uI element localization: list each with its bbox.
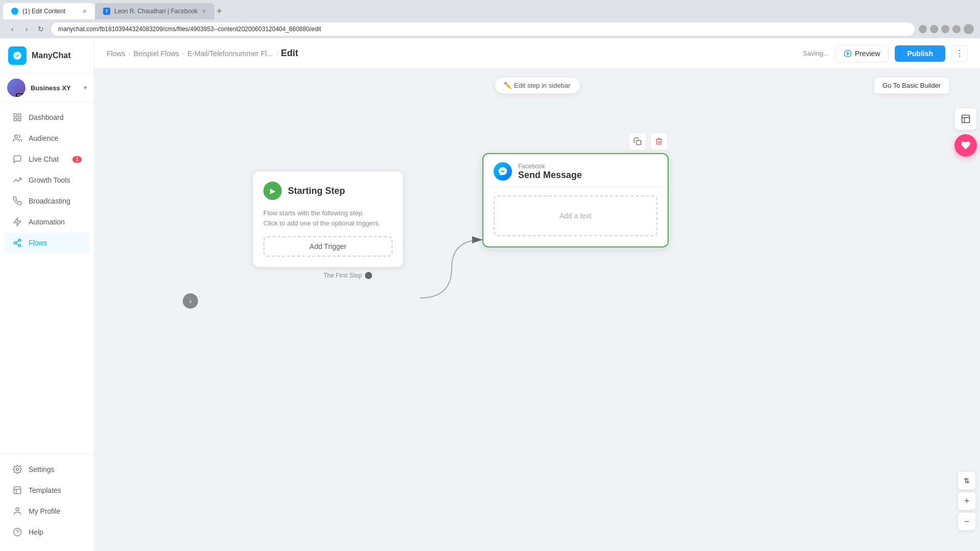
sidebar-item-dashboard[interactable]: Dashboard bbox=[4, 107, 90, 128]
fb-card-header: Facebook Send Message bbox=[483, 154, 668, 187]
svg-rect-3 bbox=[14, 118, 16, 121]
breadcrumb-beispiel[interactable]: Beispiel Flows bbox=[134, 49, 179, 58]
starting-step-header: ▶ Starting Step bbox=[263, 182, 393, 200]
zoom-in-button[interactable]: + bbox=[958, 492, 976, 510]
copy-icon bbox=[633, 137, 642, 145]
settings-icon bbox=[12, 464, 22, 474]
favorites-button[interactable] bbox=[954, 134, 977, 157]
business-name: Business XY bbox=[31, 84, 79, 92]
messenger-icon bbox=[494, 162, 512, 181]
delete-card-button[interactable] bbox=[650, 133, 668, 150]
sidebar-item-label-live-chat: Live Chat bbox=[29, 155, 59, 163]
publish-button[interactable]: Publish bbox=[895, 45, 945, 62]
sidebar-item-live-chat[interactable]: Live Chat 1 bbox=[4, 149, 90, 169]
live-chat-icon bbox=[12, 154, 22, 164]
flows-icon bbox=[12, 238, 22, 248]
chevron-down-icon: ▾ bbox=[84, 84, 87, 91]
more-options-button[interactable]: ⋮ bbox=[951, 45, 968, 62]
sidebar-item-my-profile[interactable]: My Profile bbox=[4, 501, 90, 521]
help-icon bbox=[12, 527, 22, 537]
extension-icon-2 bbox=[930, 25, 938, 33]
breadcrumb-email[interactable]: E-Mail/Telefonnummer Fl... bbox=[187, 49, 273, 58]
collapse-sidebar-button[interactable]: › bbox=[183, 293, 198, 309]
sidebar-item-help[interactable]: Help bbox=[4, 522, 90, 542]
sidebar-item-label-settings: Settings bbox=[29, 465, 55, 473]
sidebar-item-audience[interactable]: Audience bbox=[4, 128, 90, 148]
url-input[interactable] bbox=[51, 22, 915, 36]
sidebar-item-label-my-profile: My Profile bbox=[29, 507, 60, 515]
tab-facebook[interactable]: f Leon R. Chaudhari | Facebook ✕ bbox=[95, 3, 214, 19]
right-panel: + − bbox=[951, 69, 980, 551]
svg-rect-23 bbox=[962, 115, 970, 123]
business-selector[interactable]: PRO Business XY ▾ bbox=[0, 73, 94, 103]
svg-point-8 bbox=[14, 242, 16, 244]
extension-icon-1 bbox=[919, 25, 927, 33]
duplicate-card-button[interactable] bbox=[629, 133, 646, 150]
forward-button[interactable]: › bbox=[20, 23, 33, 35]
profile-icon[interactable] bbox=[964, 24, 974, 34]
starting-step-card: ▶ Starting Step Flow starts with the fol… bbox=[253, 171, 403, 267]
sidebar-item-templates[interactable]: Templates bbox=[4, 480, 90, 500]
tab-favicon-facebook: f bbox=[103, 8, 110, 15]
starting-step-desc: Flow starts with the following step. Cli… bbox=[263, 208, 393, 228]
browser-extension-icons bbox=[919, 24, 974, 34]
sidebar-item-label-dashboard: Dashboard bbox=[29, 113, 64, 121]
sidebar-item-broadcasting[interactable]: Broadcasting bbox=[4, 191, 90, 211]
canvas-area: ✏️ Edit step in sidebar Go To Basic Buil… bbox=[94, 69, 980, 551]
topbar: Flows › Beispiel Flows › E-Mail/Telefonn… bbox=[94, 38, 980, 69]
svg-rect-4 bbox=[18, 118, 21, 121]
sidebar-item-label-flows: Flows bbox=[29, 239, 47, 247]
flow-connection-svg bbox=[94, 69, 980, 551]
zoom-out-button[interactable]: − bbox=[958, 512, 976, 531]
sidebar-item-automation[interactable]: Automation bbox=[4, 212, 90, 232]
extension-icon-4 bbox=[952, 25, 961, 33]
back-button[interactable]: ‹ bbox=[6, 23, 18, 35]
svg-line-10 bbox=[16, 243, 18, 245]
tab-close-2[interactable]: ✕ bbox=[202, 8, 206, 15]
messenger-svg bbox=[498, 166, 508, 177]
layout-panel-button[interactable] bbox=[954, 108, 977, 130]
add-text-button[interactable]: Add a text bbox=[494, 195, 657, 236]
browser-nav-buttons: ‹ › ↻ bbox=[6, 23, 47, 35]
sidebar-item-label-help: Help bbox=[29, 528, 43, 536]
add-trigger-button[interactable]: Add Trigger bbox=[263, 236, 393, 257]
tab-title-1: (1) Edit Content bbox=[22, 8, 65, 15]
right-panel-top-icons bbox=[954, 108, 977, 157]
tab-title-2: Leon R. Chaudhari | Facebook bbox=[114, 8, 198, 15]
flow-connection-path bbox=[420, 240, 482, 298]
manychat-logo-text: ManyChat bbox=[32, 51, 70, 60]
breadcrumb-flows[interactable]: Flows bbox=[107, 49, 126, 58]
reload-button[interactable]: ↻ bbox=[35, 23, 47, 35]
svg-point-19 bbox=[844, 50, 851, 57]
tab-favicon-manychat bbox=[11, 8, 18, 15]
sidebar-item-growth-tools[interactable]: Growth Tools bbox=[4, 170, 90, 190]
page-title: Edit bbox=[281, 48, 298, 59]
breadcrumb: Flows › Beispiel Flows › E-Mail/Telefonn… bbox=[107, 48, 797, 59]
main-content: Flows › Beispiel Flows › E-Mail/Telefonn… bbox=[94, 38, 980, 551]
add-tab-button[interactable]: + bbox=[216, 6, 222, 17]
facebook-message-card[interactable]: Facebook Send Message Add a text bbox=[482, 153, 669, 247]
pro-badge: PRO bbox=[16, 93, 26, 97]
svg-rect-22 bbox=[636, 140, 641, 145]
go-to-basic-builder-button[interactable]: Go To Basic Builder bbox=[874, 77, 949, 94]
starting-step-desc-line1: Flow starts with the following step. bbox=[263, 209, 364, 217]
app-layout: ManyChat PRO Business XY ▾ Dashboard Aud bbox=[0, 38, 980, 551]
manychat-logo-icon bbox=[8, 46, 27, 65]
auto-layout-icon bbox=[963, 477, 971, 485]
svg-point-12 bbox=[16, 468, 19, 471]
preview-button[interactable]: Preview bbox=[835, 45, 889, 62]
my-profile-icon bbox=[12, 506, 22, 516]
preview-icon bbox=[844, 49, 852, 58]
svg-marker-6 bbox=[14, 218, 21, 226]
auto-layout-button[interactable] bbox=[958, 471, 976, 490]
tab-close-1[interactable]: ✕ bbox=[82, 8, 87, 15]
step-connector-dot bbox=[365, 272, 372, 279]
sidebar-item-label-audience: Audience bbox=[29, 134, 58, 142]
tab-edit-content[interactable]: (1) Edit Content ✕ bbox=[3, 3, 95, 19]
sidebar: ManyChat PRO Business XY ▾ Dashboard Aud bbox=[0, 38, 94, 551]
browser-tabs: (1) Edit Content ✕ f Leon R. Chaudhari |… bbox=[0, 0, 980, 19]
browser-chrome: (1) Edit Content ✕ f Leon R. Chaudhari |… bbox=[0, 0, 980, 38]
sidebar-logo: ManyChat bbox=[0, 38, 94, 73]
sidebar-item-flows[interactable]: Flows bbox=[4, 233, 90, 253]
sidebar-item-settings[interactable]: Settings bbox=[4, 459, 90, 480]
